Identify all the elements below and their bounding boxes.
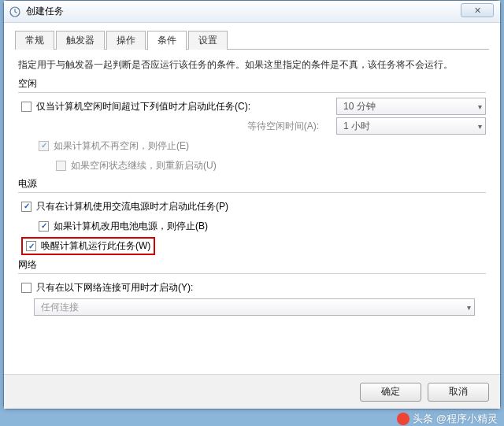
tab-triggers[interactable]: 触发器 bbox=[56, 31, 105, 50]
conditions-panel: 指定用于与触发器一起判断是否应运行该任务的条件。如果这里指定的条件是不真，该任务… bbox=[4, 50, 500, 321]
tab-strip: 常规 触发器 操作 条件 设置 bbox=[4, 23, 500, 50]
close-icon: ✕ bbox=[474, 6, 481, 16]
conditions-note: 指定用于与触发器一起判断是否应运行该任务的条件。如果这里指定的条件是不真，该任务… bbox=[18, 57, 486, 72]
label-only-if-network: 只有在以下网络连接可用时才启动(Y): bbox=[36, 281, 193, 294]
power-section-title: 电源 bbox=[18, 177, 486, 193]
select-idle-duration[interactable]: 10 分钟 ▾ bbox=[336, 98, 486, 115]
select-network-value: 任何连接 bbox=[41, 301, 79, 314]
highlight-wake-to-run: 唤醒计算机运行此任务(W) bbox=[21, 237, 155, 255]
checkbox-restart-if-idle[interactable] bbox=[56, 161, 66, 171]
chevron-down-icon: ▾ bbox=[467, 303, 471, 312]
close-button[interactable]: ✕ bbox=[461, 3, 494, 17]
window-title: 创建任务 bbox=[26, 5, 64, 18]
label-wait-idle: 等待空闲时间(A): bbox=[105, 120, 336, 133]
select-idle-duration-value: 10 分钟 bbox=[343, 100, 376, 113]
label-only-if-idle: 仅当计算机空闲时间超过下列值时才启动此任务(C): bbox=[36, 100, 336, 113]
titlebar: 创建任务 ✕ bbox=[4, 1, 500, 23]
tab-settings[interactable]: 设置 bbox=[188, 31, 228, 50]
select-wait-idle[interactable]: 1 小时 ▾ bbox=[336, 117, 486, 135]
label-restart-if-idle: 如果空闲状态继续，则重新启动(U) bbox=[71, 159, 217, 172]
dialog-footer: 确定 取消 bbox=[4, 374, 500, 409]
chevron-down-icon: ▾ bbox=[478, 102, 482, 111]
chevron-down-icon: ▾ bbox=[478, 122, 482, 131]
checkbox-only-on-ac[interactable] bbox=[21, 202, 32, 212]
checkbox-stop-on-battery[interactable] bbox=[39, 221, 49, 232]
select-wait-idle-value: 1 小时 bbox=[343, 120, 370, 133]
tab-actions[interactable]: 操作 bbox=[106, 31, 146, 50]
tab-conditions[interactable]: 条件 bbox=[147, 31, 187, 50]
cancel-button[interactable]: 取消 bbox=[428, 383, 489, 402]
checkbox-wake-to-run[interactable] bbox=[26, 241, 36, 251]
watermark: 头条 @程序小精灵 bbox=[397, 412, 498, 426]
label-wake-to-run: 唤醒计算机运行此任务(W) bbox=[41, 239, 150, 253]
checkbox-stop-if-not-idle[interactable] bbox=[39, 141, 49, 151]
create-task-dialog: 创建任务 ✕ 常规 触发器 操作 条件 设置 指定用于与触发器一起判断是否应运行… bbox=[3, 0, 501, 409]
network-section-title: 网络 bbox=[18, 258, 486, 274]
clock-icon bbox=[9, 6, 21, 18]
checkbox-only-if-network[interactable] bbox=[21, 283, 32, 293]
checkbox-only-if-idle[interactable] bbox=[21, 102, 32, 112]
label-stop-on-battery: 如果计算机改用电池电源，则停止(B) bbox=[54, 220, 208, 233]
tab-general[interactable]: 常规 bbox=[15, 31, 54, 50]
ok-button[interactable]: 确定 bbox=[360, 383, 421, 402]
label-only-on-ac: 只有在计算机使用交流电源时才启动此任务(P) bbox=[36, 200, 228, 213]
select-network-connection[interactable]: 任何连接 ▾ bbox=[34, 298, 475, 316]
toutiao-icon bbox=[397, 413, 410, 425]
label-stop-if-not-idle: 如果计算机不再空闲，则停止(E) bbox=[54, 139, 189, 153]
watermark-text: 头条 @程序小精灵 bbox=[413, 412, 498, 426]
idle-section-title: 空闲 bbox=[18, 77, 486, 93]
